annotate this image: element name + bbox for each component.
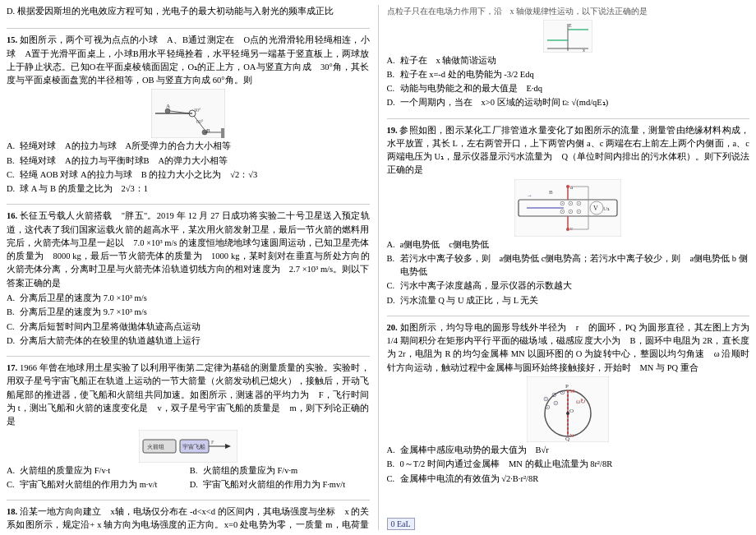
svg-text:ω↻: ω↻: [576, 398, 586, 405]
q20-num: 20.: [387, 323, 398, 332]
q20-opt-a: A. 金属棒中感应电动势的最大值为 B√r: [387, 444, 750, 457]
divider-1: [7, 28, 370, 29]
q16-opt-b: B. 分离后卫星的速度为 9.7 ×10³ m/s: [7, 306, 370, 319]
q17-num: 17.: [7, 363, 17, 372]
q17-opt-a: A. 火箭组的质量应为 F/v·t: [7, 464, 187, 477]
q19-num: 19.: [387, 126, 398, 135]
svg-text:60°: 60°: [196, 119, 204, 124]
page-container: D. 根据爱因斯坦的光电效应方程可知，光电子的最大初动能与入射光的频率成正比 1…: [0, 0, 756, 535]
question-19: 19. 参照如图，图示某化工厂排管道水量变化了如图所示的流量，测量管由绝缘材料构…: [387, 124, 750, 307]
q17-opt-d: D. 宇宙飞船对火箭组的作用力为 F·mv/t: [190, 478, 370, 491]
q16-opt-d: D. 分离后大箭壳体的在较里的轨道越轨道上运行: [7, 334, 370, 348]
q15-opt-d: D. 球 A 与 B 的质量之比为 2√3：1: [7, 182, 370, 196]
annotation-badge: 0 EaL: [387, 518, 415, 530]
q20-opt-b: B. 0～T/2 时间内通过金属棒 MN 的截止电流量为 8r²/8R: [387, 458, 750, 471]
q18-num: 18.: [7, 507, 17, 516]
q18-context: 点粒子只在在电场力作用下，沿 x 轴做规律性运动，以下说法正确的是: [387, 5, 750, 18]
svg-text:⊙: ⊙: [543, 395, 549, 403]
q19-opt-d: D. 污水流量 Q 与 U 成正比，与 L 无关: [387, 294, 750, 307]
q15-num: 15.: [7, 35, 17, 44]
q15-opt-a: A. 轻绳对球 A的拉力与球 A所受弹力的合力大小相等: [7, 140, 370, 153]
q18-options-block: 点粒子只在在电场力作用下，沿 x 轴做规律性运动，以下说法正确的是 x E A.…: [387, 5, 750, 110]
option-d-text: D. 根据爱因斯坦的光电效应方程可知，光电子的最大初动能与入射光的频率成正比: [7, 5, 370, 18]
svg-text:⊙: ⊙: [560, 208, 565, 215]
svg-text:B: B: [206, 127, 210, 134]
divider-2: [7, 204, 370, 205]
q17-body: 1966 年曾在地球用土星实验了以利用平衡第二定律为基础的测量质量的实验。实验时…: [7, 363, 370, 426]
q20-opt-c: C. 金属棒中电流的有效值为 √2·B·r²/8R: [387, 473, 750, 486]
question-15: 15. 如图所示，两个可视为点点的小球 A、B通过测定在 O点的光滑滑轮用轻绳相…: [7, 34, 370, 196]
svg-text:⊙: ⊙: [576, 200, 582, 207]
q20-diagram: P Q M N ⊙ ⊙ ⊙ ⊙ ⊙ O ω↻: [527, 376, 609, 442]
q15-options: A. 轻绳对球 A的拉力与球 A所受弹力的合力大小相等 B. 轻绳对球 A的拉力…: [7, 140, 370, 196]
q16-body: 长征五号载人火箭搭载 "胖五"。2019 年 12 月 27 日成功将实验二十号…: [7, 211, 370, 287]
q20-options: A. 金属棒中感应电动势的最大值为 B√r B. 0～T/2 时间内通过金属棒 …: [387, 444, 750, 486]
svg-point-51: [566, 228, 569, 231]
question-18: 18. 沿某一地方向向建立 x轴，电场仅分布在 -d<x<d 的区间内，其电场强…: [7, 505, 370, 530]
question-20: 20. 如图所示，均匀导电的圆形导线外半径为 r 的圆环，PQ 为圆形直径，其左…: [387, 321, 750, 486]
svg-text:c: c: [570, 225, 573, 232]
svg-text:火箭组: 火箭组: [147, 444, 164, 450]
svg-text:A: A: [166, 103, 170, 109]
q18-opt-a: A. 粒子在 x 轴做简谐运动: [387, 54, 750, 67]
divider-3: [7, 356, 370, 357]
svg-text:⊙: ⊙: [545, 404, 551, 411]
svg-text:N: N: [569, 432, 574, 439]
q18-text: 18. 沿某一地方向向建立 x轴，电场仅分布在 -d<x<d 的区间内，其电场强…: [7, 505, 370, 530]
q19-text: 19. 参照如图，图示某化工厂排管道水量变化了如图所示的流量，测量管由绝缘材料构…: [387, 124, 750, 178]
svg-text:P: P: [565, 383, 569, 390]
question-17: 17. 1966 年曾在地球用土星实验了以利用平衡第二定律为基础的测量质量的实验…: [7, 362, 370, 491]
svg-text:E: E: [569, 23, 572, 28]
svg-rect-10: [221, 128, 224, 138]
q19-opt-c: C. 污水中离子浓度越高，显示仪器的示数越大: [387, 279, 750, 293]
q20-text: 20. 如图所示，均匀导电的圆形导线外半径为 r 的圆环，PQ 为圆形直径，其左…: [387, 321, 750, 375]
q19-figure: ⊙ ⊙ ⊙ ⊙ ⊙ ⊙ a c: [387, 179, 750, 237]
q17-figure: 火箭组 宇宙飞船 F: [7, 430, 370, 463]
svg-text:⊙: ⊙: [551, 391, 557, 399]
divider-r1: [387, 118, 750, 119]
q15-body: 如图所示，两个可视为点点的小球 A、B通过测定在 O点的光滑滑轮用轻绳相连，小球…: [7, 35, 370, 85]
q18-options: A. 粒子在 x 轴做简谐运动 B. 粒子在 x=-d 处的电势能为 -3/2 …: [387, 54, 750, 110]
svg-text:M: M: [569, 388, 575, 394]
q19-diagram: ⊙ ⊙ ⊙ ⊙ ⊙ ⊙ a c: [514, 179, 621, 237]
svg-text:宇宙飞船: 宇宙飞船: [182, 444, 205, 450]
svg-text:⊙: ⊙: [560, 200, 565, 207]
q19-opt-b: B. 若污水中离子较多，则 a侧电势低 c侧电势高；若污水中离子较少，则 a侧电…: [387, 252, 750, 279]
annotation-area: 0 EaL: [387, 518, 750, 530]
svg-text:⊙: ⊙: [576, 208, 582, 215]
q19-body: 参照如图，图示某化工厂排管道水量变化了如图所示的流量，测量管由绝缘材料构成，水平…: [387, 126, 750, 175]
q17-options: A. 火箭组的质量应为 F/v·t B. 火箭组的质量应为 F/v·m C. 宇…: [7, 464, 370, 491]
q16-opt-c: C. 分离后短暂时间内卫星将做抛体轨迹高点运动: [7, 321, 370, 334]
svg-text:B: B: [549, 189, 553, 196]
q18-opt-c: C. 动能与电势能之和的最大值是 E·dq: [387, 82, 750, 95]
svg-text:30°: 30°: [194, 108, 201, 113]
q16-num: 16.: [7, 211, 17, 220]
q15-figure: A B 30° 60°: [7, 89, 370, 138]
q18-opt-d: D. 一个周期内，当在 x>0 区域的运动时间 t≥ √(md/qE₁): [387, 96, 750, 109]
q16-opt-a: A. 分离后卫星的速度为 7.0 ×10³ m/s: [7, 292, 370, 305]
q18-opt-b: B. 粒子在 x=-d 处的电势能为 -3/2 Edq: [387, 68, 750, 81]
q17-opt-c: C. 宇宙飞船对火箭组的作用力为 m·v/t: [7, 478, 187, 491]
svg-text:O: O: [569, 408, 574, 414]
question-16: 16. 长征五号载人火箭搭载 "胖五"。2019 年 12 月 27 日成功将实…: [7, 210, 370, 348]
svg-point-50: [566, 185, 569, 188]
svg-text:⊙: ⊙: [568, 200, 574, 207]
svg-text:U₁: U₁: [603, 205, 610, 212]
q17-diagram: 火箭组 宇宙飞船 F: [139, 430, 237, 463]
q20-figure: P Q M N ⊙ ⊙ ⊙ ⊙ ⊙ O ω↻: [387, 376, 750, 442]
q17-opt-b: B. 火箭组的质量应为 F/v·m: [190, 464, 370, 477]
q18-body: 沿某一地方向向建立 x轴，电场仅分布在 -d<x<d 的区间内，其电场强度与坐标…: [7, 507, 370, 530]
svg-text:⊙: ⊙: [568, 208, 574, 215]
option-d-intro: D. 根据爱因斯坦的光电效应方程可知，光电子的最大初动能与入射光的频率成正比: [7, 5, 370, 20]
left-column: D. 根据爱因斯坦的光电效应方程可知，光电子的最大初动能与入射光的频率成正比 1…: [7, 5, 370, 530]
svg-text:⊙: ⊙: [560, 389, 565, 396]
q19-opt-a: A. a侧电势低 c侧电势低: [387, 238, 750, 251]
q15-opt-c: C. 轻绳 AOB 对球 A的拉力与球 B 的拉力大小之比为 √2：√3: [7, 168, 370, 182]
q18-right-diagram: x E: [543, 20, 592, 53]
q17-text: 17. 1966 年曾在地球用土星实验了以利用平衡第二定律为基础的测量质量的实验…: [7, 362, 370, 428]
q15-text: 15. 如图所示，两个可视为点点的小球 A、B通过测定在 O点的光滑滑轮用轻绳相…: [7, 34, 370, 87]
svg-text:V: V: [593, 205, 598, 212]
q20-body: 如图所示，均匀导电的圆形导线外半径为 r 的圆环，PQ 为圆形直径，其左图上方为…: [387, 323, 750, 372]
q15-opt-b: B. 轻绳对球 A的拉力与平衡时球B A的弹力大小相等: [7, 155, 370, 168]
q18-right-figure: x E: [387, 20, 750, 53]
